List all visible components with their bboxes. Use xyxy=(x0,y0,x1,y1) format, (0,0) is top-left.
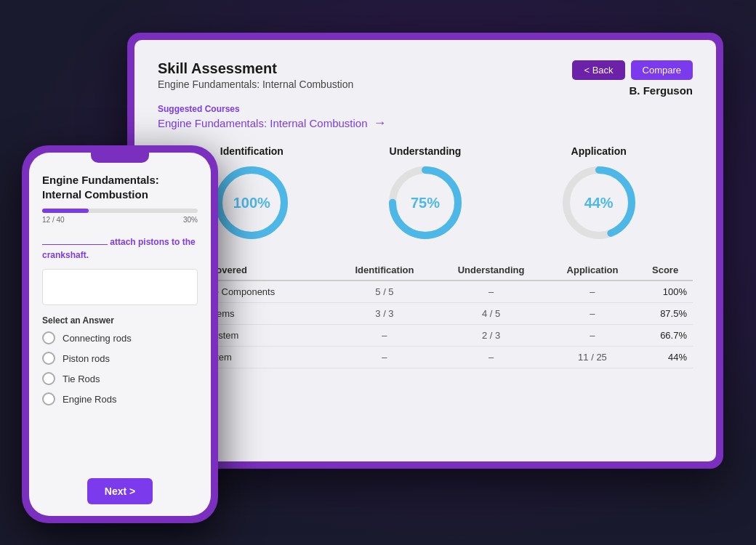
tablet-title-block: Skill Assessment Engine Fundamentals: In… xyxy=(158,60,353,90)
tablet-header: Skill Assessment Engine Fundamentals: In… xyxy=(158,60,693,97)
cell-application: – xyxy=(547,325,638,347)
cell-application: – xyxy=(547,303,638,325)
cell-understanding: – xyxy=(435,347,547,368)
option-label: Piston rods xyxy=(63,353,110,364)
suggested-link[interactable]: Engine Fundamentals: Internal Combustion… xyxy=(158,116,693,131)
tablet-buttons: < Back Compare xyxy=(572,60,693,80)
option-label: Engine Rods xyxy=(63,394,116,405)
concepts-table: Concepts Covered Identification Understa… xyxy=(158,260,693,368)
circle-application-value: 44% xyxy=(584,195,614,211)
circle-understanding: 75% xyxy=(385,163,465,243)
phone-progress-percent: 30% xyxy=(183,216,198,224)
circle-identification-value: 100% xyxy=(233,195,270,211)
phone-question-blank xyxy=(42,244,108,245)
charts-row: Identification 100% Understanding xyxy=(158,145,693,243)
cell-application: 11 / 25 xyxy=(547,347,638,368)
radio-button[interactable] xyxy=(42,372,55,385)
tablet-subtitle: Engine Fundamentals: Internal Combustion xyxy=(158,78,353,90)
cell-understanding: 2 / 3 xyxy=(435,325,547,347)
chart-application: Application 44% xyxy=(559,145,639,243)
option-label: Connecting rods xyxy=(63,333,132,344)
cell-understanding: – xyxy=(435,280,547,303)
cell-identification: 5 / 5 xyxy=(334,280,435,303)
circle-application: 44% xyxy=(559,163,639,243)
chart-understanding: Understanding 75% xyxy=(385,145,465,243)
phone-title: Engine Fundamentals: Internal Combustion xyxy=(42,173,198,201)
chart-identification-label: Identification xyxy=(220,145,284,157)
phone-option[interactable]: Tie Rods xyxy=(42,372,198,385)
phone-progress-current: 12 / 40 xyxy=(42,216,65,224)
phone-option[interactable]: Engine Rods xyxy=(42,392,198,405)
phone-option[interactable]: Connecting rods xyxy=(42,331,198,344)
circle-identification: 100% xyxy=(212,163,291,243)
phone-option[interactable]: Piston rods xyxy=(42,352,198,365)
chart-application-label: Application xyxy=(571,145,627,157)
phone-question-text: attach pistons to the crankshaft. xyxy=(42,237,196,260)
table-row: Craintrain System – 2 / 3 – 66.7% xyxy=(158,325,693,347)
next-button[interactable]: Next > xyxy=(87,478,153,504)
chart-identification: Identification 100% xyxy=(212,145,291,243)
phone-question: attach pistons to the crankshaft. xyxy=(42,235,198,262)
col-application: Application xyxy=(547,260,638,280)
phone-screen: Engine Fundamentals: Internal Combustion… xyxy=(29,153,211,516)
table-row: Cooling Systems 3 / 3 4 / 5 – 87.5% xyxy=(158,303,693,325)
phone-answer-box[interactable] xyxy=(42,269,198,305)
cell-score: 44% xyxy=(638,347,693,368)
user-name: B. Ferguson xyxy=(629,84,693,97)
col-identification: Identification xyxy=(334,260,435,280)
phone-select-label: Select an Answer xyxy=(42,315,198,326)
radio-button[interactable] xyxy=(42,352,55,365)
phone-notch xyxy=(91,153,149,163)
col-score: Score xyxy=(638,260,693,280)
radio-button[interactable] xyxy=(42,331,55,344)
tablet-screen: Skill Assessment Engine Fundamentals: In… xyxy=(134,40,716,461)
phone-progress-bar-fill xyxy=(42,209,89,213)
arrow-right-icon: → xyxy=(374,116,387,131)
cell-understanding: 4 / 5 xyxy=(435,303,547,325)
col-understanding: Understanding xyxy=(435,260,547,280)
circle-understanding-value: 75% xyxy=(411,195,440,211)
cell-score: 66.7% xyxy=(638,325,693,347)
tablet-title: Skill Assessment xyxy=(158,60,353,77)
cell-identification: – xyxy=(334,325,435,347)
option-label: Tie Rods xyxy=(63,374,100,384)
phone-device: Engine Fundamentals: Internal Combustion… xyxy=(22,145,218,523)
cell-score: 100% xyxy=(638,280,693,303)
radio-button[interactable] xyxy=(42,392,55,405)
phone-progress-bar-container xyxy=(42,209,198,213)
cell-score: 87.5% xyxy=(638,303,693,325)
cell-identification: 3 / 3 xyxy=(334,303,435,325)
phone-progress-labels: 12 / 40 30% xyxy=(42,216,198,224)
suggested-label: Suggested Courses xyxy=(158,104,693,114)
cell-application: – xyxy=(547,280,638,303)
compare-button[interactable]: Compare xyxy=(631,60,693,80)
back-button[interactable]: < Back xyxy=(572,60,624,80)
suggested-link-text: Engine Fundamentals: Internal Combustion xyxy=(158,117,368,129)
chart-understanding-label: Understanding xyxy=(390,145,462,157)
cell-identification: – xyxy=(334,347,435,368)
table-row: Basic Engine Components 5 / 5 – – 100% xyxy=(158,280,693,303)
phone-options: Connecting rodsPiston rodsTie RodsEngine… xyxy=(42,331,198,478)
table-row: Exhaust System – – 11 / 25 44% xyxy=(158,347,693,368)
tablet-header-right: < Back Compare B. Ferguson xyxy=(572,60,693,97)
